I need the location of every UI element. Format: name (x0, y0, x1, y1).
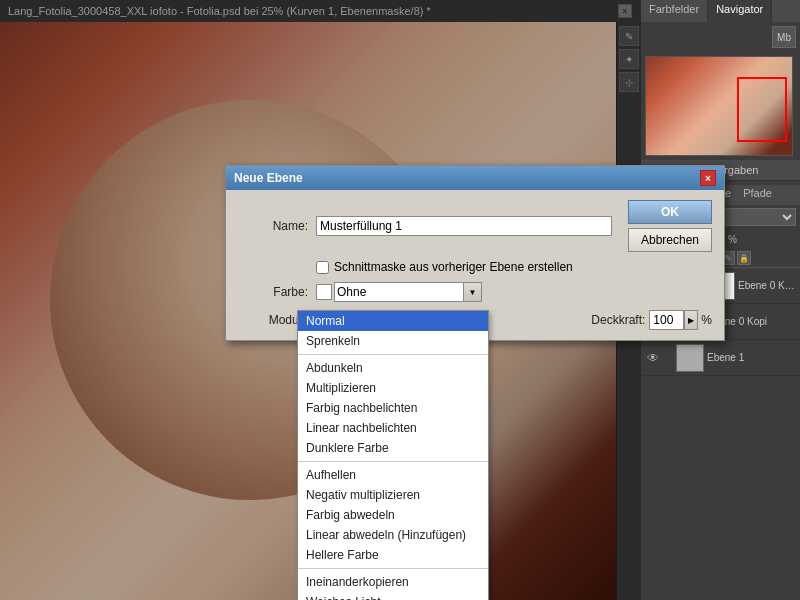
layer-item-2[interactable]: 👁 Ebene 1 (641, 340, 800, 376)
lock-all-icon[interactable]: 🔒 (737, 251, 751, 265)
checkbox-label: Schnittmaske aus vorheriger Ebene erstel… (334, 260, 573, 274)
layer-name-2: Ebene 1 (707, 352, 796, 363)
tab-navigator[interactable]: Navigator (708, 0, 772, 22)
dropdown-sep-2 (298, 461, 488, 462)
deckkraft-label: Deckkraft: (591, 313, 645, 327)
layer-name-0: Ebene 0 Kopi (738, 280, 796, 291)
dropdown-item-linear-abwedeln[interactable]: Linear abwedeln (Hinzufügen) (298, 525, 488, 545)
ok-button[interactable]: OK (628, 200, 712, 224)
dropdown-item-sprenkeln[interactable]: Sprenkeln (298, 331, 488, 351)
dropdown-item-abdunkeln[interactable]: Abdunkeln (298, 358, 488, 378)
farbe-label: Farbe: (238, 285, 308, 299)
dropdown-item-ineinanderkopieren[interactable]: Ineinanderkopieren (298, 572, 488, 592)
navigator-thumbnail (645, 56, 793, 156)
dialog-title: Neue Ebene (234, 171, 303, 185)
panel-icon-mb[interactable]: Mb (772, 26, 796, 48)
schnittmaske-checkbox[interactable] (316, 261, 329, 274)
farbe-select-arrow[interactable]: ▼ (464, 282, 482, 302)
nav-viewport-rect (737, 77, 787, 142)
dropdown-item-farbig-abwedeln[interactable]: Farbig abwedeln (298, 505, 488, 525)
opacity-unit: % (728, 234, 737, 245)
farbe-row: Farbe: Ohne ▼ (238, 282, 712, 302)
modus-dropdown: Normal Sprenkeln Abdunkeln Multipliziere… (297, 310, 489, 600)
dialog-buttons: OK Abbrechen (620, 200, 712, 252)
dropdown-item-weiches-licht[interactable]: Weiches Licht (298, 592, 488, 600)
cancel-button[interactable]: Abbrechen (628, 228, 712, 252)
name-label: Name: (238, 219, 308, 233)
tab-pfade[interactable]: Pfade (737, 185, 778, 205)
farbe-select[interactable]: Ohne (334, 282, 464, 302)
dropdown-item-normal[interactable]: Normal (298, 311, 488, 331)
panel-tabs: Farbfelder Navigator (641, 0, 800, 22)
dropdown-item-hellere-farbe[interactable]: Hellere Farbe (298, 545, 488, 565)
layer-thumb-2 (676, 344, 704, 372)
dropdown-item-farbig-nachbelichten[interactable]: Farbig nachbelichten (298, 398, 488, 418)
name-row: Name: OK Abbrechen (238, 200, 712, 252)
dropdown-item-linear-nachbelichten[interactable]: Linear nachbelichten (298, 418, 488, 438)
name-input[interactable] (316, 216, 612, 236)
deckkraft-input[interactable] (649, 310, 684, 330)
dropdown-item-multiplizieren[interactable]: Multiplizieren (298, 378, 488, 398)
dropdown-sep-3 (298, 568, 488, 569)
layer-visibility-2[interactable]: 👁 (645, 350, 661, 366)
panel-icons: Mb (641, 22, 800, 52)
dialog-titlebar: Neue Ebene × (226, 166, 724, 190)
dropdown-sep-1 (298, 354, 488, 355)
checkbox-row: Schnittmaske aus vorheriger Ebene erstel… (316, 260, 712, 274)
deckkraft-arrow-btn[interactable]: ▶ (684, 310, 698, 330)
percent-label: % (701, 313, 712, 327)
tab-farbfelder[interactable]: Farbfelder (641, 0, 708, 22)
dropdown-item-negativ-mult[interactable]: Negativ multiplizieren (298, 485, 488, 505)
color-preview (316, 284, 332, 300)
dialog-close-button[interactable]: × (700, 170, 716, 186)
dropdown-item-dunklere-farbe[interactable]: Dunklere Farbe (298, 438, 488, 458)
dropdown-item-aufhellen[interactable]: Aufhellen (298, 465, 488, 485)
